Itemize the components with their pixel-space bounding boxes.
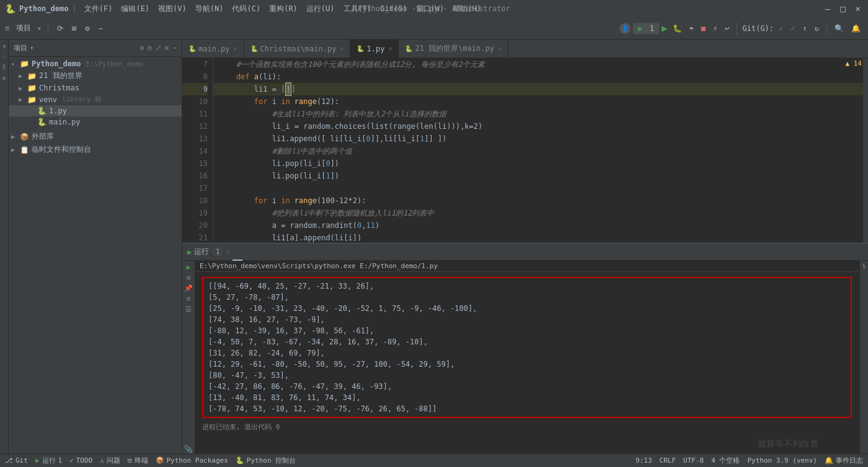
line-19: 19 xyxy=(182,207,208,219)
minimize-panel-icon[interactable]: − xyxy=(96,23,105,34)
code-line-11: #生成li1中的列表: 列表中放入2个从li选择的数据 xyxy=(213,108,863,120)
git-push-icon[interactable]: ↑ xyxy=(800,23,810,34)
menu-code[interactable]: 代码(C) xyxy=(228,2,264,15)
editor-tabs: 🐍 main.py × 🐍 Christmas\main.py × 🐍 1.py… xyxy=(182,40,868,58)
output-line-11: [-78, 74, 53, -10, 12, -20, -75, -76, 26… xyxy=(208,403,846,414)
venv-expand-icon: ▶ xyxy=(19,96,25,103)
sidebar-settings-icon[interactable]: ⚙ xyxy=(140,44,144,52)
settings-icon[interactable]: ⚙ xyxy=(82,23,92,34)
1py-tab-icon: 🐍 xyxy=(356,45,364,52)
project-icon[interactable]: ≡ xyxy=(1,45,7,48)
minimize-button[interactable]: — xyxy=(823,4,833,14)
git-pull-icon[interactable]: ↻ xyxy=(812,23,822,34)
bottom-scroll-icon[interactable]: ≡ xyxy=(187,295,191,303)
tab-1py[interactable]: 🐍 1.py × xyxy=(350,40,399,58)
tab-christmas-mainpy[interactable]: 🐍 Christmas\main.py × xyxy=(244,40,351,58)
status-run-item[interactable]: ▶ 运行 1 xyxy=(35,456,62,465)
maximize-button[interactable]: □ xyxy=(838,4,848,14)
tree-folder-venv[interactable]: ▶ 📁 venv library 根 xyxy=(9,94,182,105)
tab-1py-close[interactable]: × xyxy=(388,45,392,52)
status-issues[interactable]: ⚠ 问题 xyxy=(100,456,120,465)
sidebar: 项目 ▾ ⚙ ⊟ ⤢ ≡ − ▾ 📁 Python_demo E:\Python xyxy=(9,40,182,453)
status-line-ending[interactable]: CRLF xyxy=(660,456,676,465)
editor-scrollbar[interactable] xyxy=(863,58,868,243)
menu-run[interactable]: 运行(U) xyxy=(303,2,339,15)
sidebar-expand-icon[interactable]: ⤢ xyxy=(156,44,161,52)
sidebar-minimize-icon[interactable]: − xyxy=(172,44,177,52)
sidebar-header-left: 项目 ▾ xyxy=(14,43,34,53)
build-icon[interactable]: ⚡ xyxy=(711,23,720,34)
tab-world-mainpy[interactable]: 🐍 21 我的世界\main.py × xyxy=(399,40,508,58)
editor-panel: 🐍 main.py × 🐍 Christmas\main.py × 🐍 1.py… xyxy=(182,40,868,453)
bottom-pin2-icon[interactable]: 📎 xyxy=(184,445,193,453)
tab-mainpy[interactable]: 🐍 main.py × xyxy=(182,40,244,58)
bookmark-icon[interactable]: ☆ xyxy=(2,53,6,59)
git-status[interactable]: ⎇ Git xyxy=(5,456,28,465)
tree-file-1py[interactable]: 🐍 1.py xyxy=(9,105,182,116)
title-bar: 🐍 Python_demo | 文件(F) 编辑(E) 视图(V) 导航(N) … xyxy=(0,0,868,17)
code-line-7: #一个函数实现将包含100个元素的列表随机分成12分, 每份至少有2个元素 xyxy=(213,58,863,71)
git-merge-icon[interactable]: ✓ xyxy=(788,23,797,34)
tools-side-icon[interactable]: ⚙ xyxy=(2,75,6,81)
project-header-label: 项目 xyxy=(14,43,27,53)
run-count-badge: 1 xyxy=(213,248,223,256)
tab-world-mainpy-close[interactable]: × xyxy=(498,45,502,52)
tab-mainpy-close[interactable]: × xyxy=(234,45,237,52)
run-button[interactable]: ▶ xyxy=(662,22,668,34)
structure-bottom-icon[interactable]: § xyxy=(862,263,866,269)
status-terminal[interactable]: ⊟ 终端 xyxy=(128,456,148,465)
notification-icon[interactable]: 🔔 xyxy=(849,23,863,34)
bottom-tab-run[interactable] xyxy=(232,243,242,261)
sync-icon[interactable]: ⟳ xyxy=(55,23,66,34)
status-todo[interactable]: ✓ TODO xyxy=(69,456,92,465)
git-check-icon[interactable]: ✓ xyxy=(776,23,786,34)
code-editor[interactable]: #一个函数实现将包含100个元素的列表随机分成12分, 每份至少有2个元素 de… xyxy=(213,58,863,243)
status-python-packages[interactable]: 📦 Python Packages xyxy=(156,456,228,465)
tab-christmas-mainpy-close[interactable]: × xyxy=(340,45,343,52)
run-play-icon[interactable]: ▶ xyxy=(187,263,191,271)
status-event-log[interactable]: 🔔 事件日志 xyxy=(825,456,863,465)
status-python-version[interactable]: Python 3.9 (venv) xyxy=(747,456,817,465)
sidebar-layout-icon[interactable]: ⊟ xyxy=(148,44,152,52)
code-line-16: li.pop(li_i[1]) xyxy=(213,170,863,182)
debug-icon[interactable]: 🐛 xyxy=(670,23,684,34)
status-encoding[interactable]: UTF-8 xyxy=(683,456,704,465)
status-python-console[interactable]: 🐍 Python 控制台 xyxy=(236,456,296,465)
run-tab-label[interactable]: 运行 xyxy=(194,247,209,257)
coverage-icon[interactable]: ☂ xyxy=(687,23,696,34)
tree-file-mainpy[interactable]: 🐍 main.py xyxy=(9,116,182,128)
layout-icon[interactable]: ⊞ xyxy=(69,23,79,34)
search-button[interactable]: 🔍 xyxy=(832,23,846,34)
run-tab-close[interactable]: × xyxy=(226,248,230,255)
menu-file[interactable]: 文件(F) xyxy=(81,2,117,15)
stop-icon[interactable]: ■ xyxy=(699,23,708,34)
venv-folder-label: venv xyxy=(39,95,57,104)
run-tab-run-icon: ▶ xyxy=(187,248,192,256)
output-panel: E:\Python_demo\venv\Scripts\python.exe E… xyxy=(195,261,859,453)
output-area[interactable]: [[94, -69, 48, 25, -27, -21, 33, 26], [5… xyxy=(195,272,859,453)
project-dropdown[interactable]: 项目 xyxy=(14,22,33,35)
undo-icon[interactable]: ↩ xyxy=(722,23,732,34)
bottom-pin-icon[interactable]: 📌 xyxy=(184,284,193,292)
close-button[interactable]: × xyxy=(853,4,863,14)
menu-nav[interactable]: 导航(N) xyxy=(192,2,228,15)
output-line-3: [74, 38, 16, 27, -73, -9], xyxy=(208,314,846,325)
status-indent[interactable]: 4 个空格 xyxy=(711,456,740,465)
tree-folder-christmas[interactable]: ▶ 📁 Christmas xyxy=(9,82,182,94)
menu-edit[interactable]: 编辑(E) xyxy=(117,2,153,15)
tree-temp-files[interactable]: ▶ 📋 临时文件和控制台 xyxy=(9,143,182,156)
tree-external-libs[interactable]: ▶ 📦 外部库 xyxy=(9,130,182,143)
menu-view[interactable]: 视图(V) xyxy=(154,2,190,15)
status-line-col[interactable]: 9:13 xyxy=(636,456,652,465)
tree-folder-world[interactable]: ▶ 📁 21 我的世界 xyxy=(9,69,182,82)
run-config-label[interactable]: ▶ 1 xyxy=(633,23,659,34)
bottom-filter-icon[interactable]: ☰ xyxy=(185,305,192,313)
tree-root[interactable]: ▾ 📁 Python_demo E:\Python_demo xyxy=(9,58,182,69)
bottom-settings-icon[interactable]: ⚙ xyxy=(187,274,191,282)
line-8: 8 xyxy=(182,71,208,83)
app-name: Python_demo xyxy=(19,4,68,13)
sidebar-gear-icon[interactable]: ≡ xyxy=(165,44,169,52)
sidebar-toolbar[interactable]: ⚙ ⊟ ⤢ ≡ − xyxy=(140,44,177,52)
menu-refactor[interactable]: 重构(R) xyxy=(265,2,301,15)
structure-icon[interactable]: § xyxy=(2,64,6,70)
